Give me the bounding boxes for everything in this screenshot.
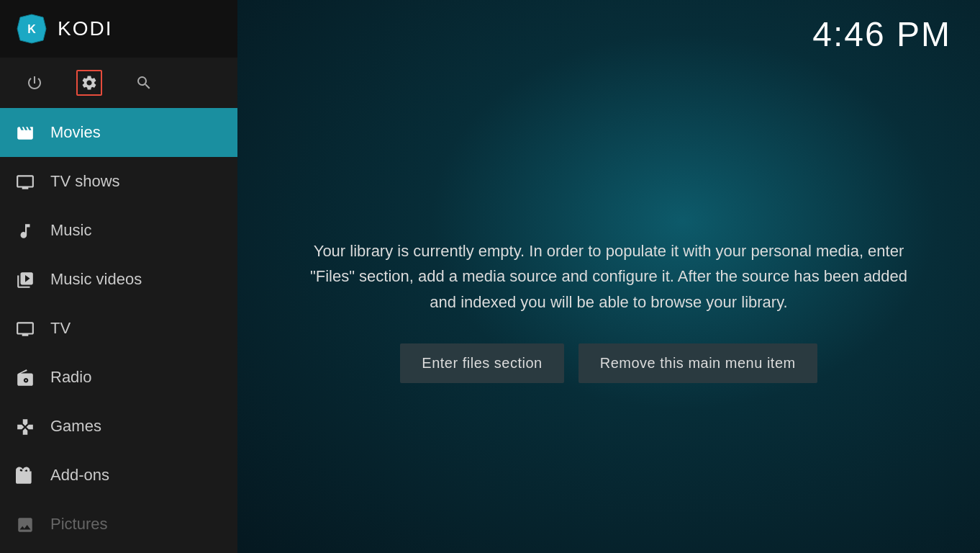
nav-item-movies[interactable]: Movies <box>0 108 237 157</box>
nav-item-tv[interactable]: TV <box>0 304 237 353</box>
nav-label-pictures: Pictures <box>50 515 107 534</box>
tv-shows-icon <box>14 171 36 192</box>
main-nav: Movies TV shows Music <box>0 108 237 553</box>
settings-button[interactable] <box>76 70 102 96</box>
main-content: 4:46 PM Your library is currently empty.… <box>237 0 980 553</box>
music-icon <box>14 220 36 241</box>
action-buttons: Enter files section Remove this main men… <box>400 343 817 383</box>
movies-icon <box>14 122 36 143</box>
svg-text:K: K <box>27 23 36 35</box>
nav-item-tv-shows[interactable]: TV shows <box>0 157 237 206</box>
enter-files-button[interactable]: Enter files section <box>400 343 563 383</box>
nav-label-games: Games <box>50 417 101 436</box>
remove-menu-item-button[interactable]: Remove this main menu item <box>579 343 817 383</box>
sidebar: K KODI Movies <box>0 0 237 553</box>
search-button[interactable] <box>131 70 157 96</box>
nav-label-add-ons: Add-ons <box>50 466 109 485</box>
pictures-icon <box>14 514 36 535</box>
nav-label-music-videos: Music videos <box>50 270 142 289</box>
nav-label-tv: TV <box>50 319 71 338</box>
app-header: K KODI <box>0 0 237 58</box>
music-videos-icon <box>14 269 36 290</box>
add-ons-icon <box>14 465 36 486</box>
library-empty-message: Your library is currently empty. In orde… <box>295 238 922 315</box>
radio-icon <box>14 367 36 388</box>
nav-item-games[interactable]: Games <box>0 402 237 451</box>
nav-item-radio[interactable]: Radio <box>0 353 237 402</box>
sidebar-icon-bar <box>0 58 237 108</box>
nav-item-music[interactable]: Music <box>0 206 237 255</box>
nav-label-movies: Movies <box>50 123 101 142</box>
nav-item-add-ons[interactable]: Add-ons <box>0 451 237 500</box>
nav-label-radio: Radio <box>50 368 91 387</box>
clock: 4:46 PM <box>812 14 951 54</box>
nav-item-pictures[interactable]: Pictures <box>0 500 237 549</box>
nav-label-music: Music <box>50 221 91 240</box>
games-icon <box>14 416 36 437</box>
app-title: KODI <box>58 17 112 40</box>
tv-icon <box>14 318 36 339</box>
power-button[interactable] <box>22 70 47 96</box>
nav-item-music-videos[interactable]: Music videos <box>0 255 237 304</box>
nav-label-tv-shows: TV shows <box>50 172 120 191</box>
top-bar: 4:46 PM <box>237 0 980 68</box>
content-area: Your library is currently empty. In orde… <box>237 68 980 553</box>
kodi-logo-icon: K <box>14 12 49 46</box>
